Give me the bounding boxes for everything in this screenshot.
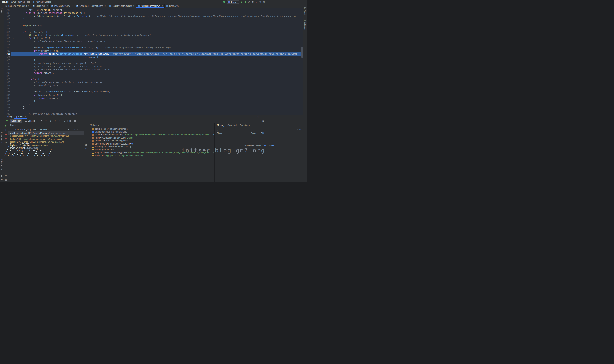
filter-icon[interactable] xyxy=(76,129,78,130)
breadcrumb-item[interactable]: javax xyxy=(11,1,16,3)
fold-marker[interactable] xyxy=(11,24,16,27)
stack-frame[interactable]: main:17, Client (org.example) xyxy=(8,147,84,150)
breadcrumb-item[interactable]: spi xyxy=(27,1,30,3)
variable-row[interactable]: ›prefInfo = {ResourceRef@1150} "Resource… xyxy=(88,133,214,136)
view-link[interactable]: View xyxy=(213,152,214,154)
editor-scrollbar[interactable] xyxy=(301,47,303,58)
code-line[interactable]: 330 // if reference has no factory, chec… xyxy=(4,81,303,84)
stop-button[interactable]: ■ xyxy=(256,1,257,3)
sidebar-item-maven[interactable]: Maven xyxy=(304,9,306,16)
sidebar-item-favorites[interactable]: 2: Favorites xyxy=(1,159,3,170)
load-classes-link[interactable]: Load classes xyxy=(262,144,274,147)
variable-row[interactable]: ›pname = {CompositeName@1187} "Exploit" xyxy=(88,136,214,139)
tab-close-icon[interactable]: × xyxy=(180,5,181,7)
line-number[interactable]: 307 xyxy=(4,8,11,12)
fold-marker[interactable] xyxy=(11,75,16,78)
hide-toolwindow-icon[interactable]: — xyxy=(262,116,264,118)
watches-infinity-icon[interactable]: ∞ xyxy=(85,147,87,149)
soft-wrap-icon[interactable]: ≡ xyxy=(40,120,43,122)
stack-frame[interactable]: decodeObject:499, RegistryContext (com.s… xyxy=(8,135,84,138)
code-line[interactable]: 319 factory = getObjectFactoryFromRefere… xyxy=(4,46,303,49)
variable-row[interactable]: ›pnameCtx = {RegistryContext@1188} xyxy=(88,139,214,142)
column-count[interactable]: Count xyxy=(246,132,257,134)
tree-chevron-icon[interactable]: › xyxy=(89,140,92,142)
code-line[interactable]: 313 xyxy=(4,27,303,30)
memory-tab-overhead[interactable]: Overhead xyxy=(228,124,237,127)
editor-tab[interactable]: CNamingManager.java× xyxy=(136,4,164,8)
fold-marker[interactable]: ▾ xyxy=(11,78,16,81)
fold-marker[interactable]: ▾ xyxy=(11,12,16,14)
code-line[interactable]: 312 Object answer; xyxy=(4,24,303,27)
line-number[interactable]: 337 xyxy=(4,103,11,106)
fold-marker[interactable] xyxy=(11,21,16,24)
line-number[interactable]: 318 xyxy=(4,43,11,46)
variable-row[interactable]: builder (slot_5) = null xyxy=(88,148,214,151)
variable-row[interactable]: sstatic members of NamingManager xyxy=(88,127,214,130)
line-number[interactable]: 340 xyxy=(4,112,11,115)
frame-down-icon[interactable]: ↓ xyxy=(74,129,75,130)
frame-up-icon[interactable]: ↑ xyxy=(72,129,73,130)
mute-breakpoints-button[interactable]: ⊘ xyxy=(5,142,7,144)
fold-marker[interactable] xyxy=(11,27,16,30)
code-line[interactable]: 335 return answer; xyxy=(4,97,303,100)
line-number[interactable]: 328 xyxy=(4,75,11,78)
restart-button[interactable]: ↻ xyxy=(252,1,254,3)
code-line[interactable]: 325 // Will reach this point if factory … xyxy=(4,65,303,68)
fold-marker[interactable] xyxy=(11,62,16,65)
code-line[interactable]: 318 xyxy=(4,43,303,46)
fold-marker[interactable] xyxy=(11,109,16,112)
code-line[interactable]: 317 // if reference identifies a factory… xyxy=(4,40,303,43)
line-number[interactable]: 323 xyxy=(4,59,11,62)
code-line[interactable]: 324 // No factory found, so return origi… xyxy=(4,62,303,65)
variable-row[interactable]: iVariables debug info not available xyxy=(88,130,214,133)
code-line[interactable]: 314▾ if (ref != null) { xyxy=(4,30,303,34)
code-line[interactable]: 321 return factory.getObjectInstance(ref… xyxy=(4,52,303,55)
editor-tab[interactable]: CClient.java× xyxy=(31,4,50,8)
code-line[interactable]: 316▾ if (f != null) { xyxy=(4,37,303,40)
variable-row[interactable]: ›penvironment = {Hashtable@1189} size = … xyxy=(88,142,214,145)
code-line[interactable]: 322 environment); xyxy=(4,56,303,59)
code-line[interactable]: 320▾ if (factory != null) { xyxy=(4,49,303,52)
tree-chevron-icon[interactable]: › xyxy=(89,143,92,145)
breadcrumb-item[interactable]: NamingManager xyxy=(35,1,51,3)
fold-marker[interactable] xyxy=(11,68,16,71)
fold-marker[interactable] xyxy=(11,103,16,106)
sidebar-item-project[interactable]: 1: Project xyxy=(1,5,3,14)
debug-gear-icon[interactable]: ⚙ xyxy=(5,174,7,176)
code-line[interactable]: 331 // containing URLs xyxy=(4,84,303,87)
fold-marker[interactable] xyxy=(11,65,16,68)
fold-marker[interactable]: ▾ xyxy=(11,93,16,97)
column-class[interactable]: Class xyxy=(217,132,246,134)
pause-button[interactable]: ‖ xyxy=(5,129,6,131)
fold-marker[interactable] xyxy=(11,81,16,84)
breadcrumb-item[interactable]: src.zip xyxy=(2,1,9,3)
line-number[interactable]: 332 xyxy=(4,87,11,90)
memory-settings-gear-icon[interactable]: ⚙ xyxy=(299,129,301,130)
code-line[interactable]: 307 ref = (Reference) refInfo; xyxy=(4,8,303,12)
code-line[interactable]: 332 xyxy=(4,87,303,90)
editor-tab[interactable]: CRegistryContext.class× xyxy=(107,4,136,8)
line-number[interactable]: 315 xyxy=(4,34,11,37)
code-line[interactable]: 340 // try using any specified factories xyxy=(4,112,303,115)
fold-marker[interactable] xyxy=(11,56,16,59)
code-line[interactable]: 338 } xyxy=(4,106,303,109)
line-number[interactable]: 308 xyxy=(4,12,11,14)
stack-frame[interactable]: getObjectInstance:321, NamingManager (ja… xyxy=(8,131,84,135)
fold-marker[interactable] xyxy=(11,34,16,37)
fold-marker[interactable] xyxy=(11,8,16,12)
step-out-button[interactable]: ↑ xyxy=(58,120,62,122)
line-number[interactable]: 316 xyxy=(4,37,11,40)
fold-marker[interactable] xyxy=(11,87,16,90)
fold-marker[interactable] xyxy=(11,84,16,87)
line-number[interactable]: 329 xyxy=(4,78,11,81)
editor-tab[interactable]: CGenericURLContext.class× xyxy=(75,4,107,8)
run-button[interactable]: ▶ xyxy=(241,1,243,3)
line-number[interactable]: 325 xyxy=(4,65,11,68)
view-link[interactable]: View xyxy=(213,133,214,136)
memory-tab-memory[interactable]: Memory xyxy=(217,124,224,127)
stack-frame[interactable]: lookup:417, InitialContext (javax.naming… xyxy=(8,143,84,147)
code-line[interactable]: 336 } xyxy=(4,100,303,103)
trace-button[interactable]: ▦ xyxy=(73,120,77,122)
code-line[interactable]: 323 } xyxy=(4,59,303,62)
tab-close-icon[interactable]: × xyxy=(28,5,29,7)
